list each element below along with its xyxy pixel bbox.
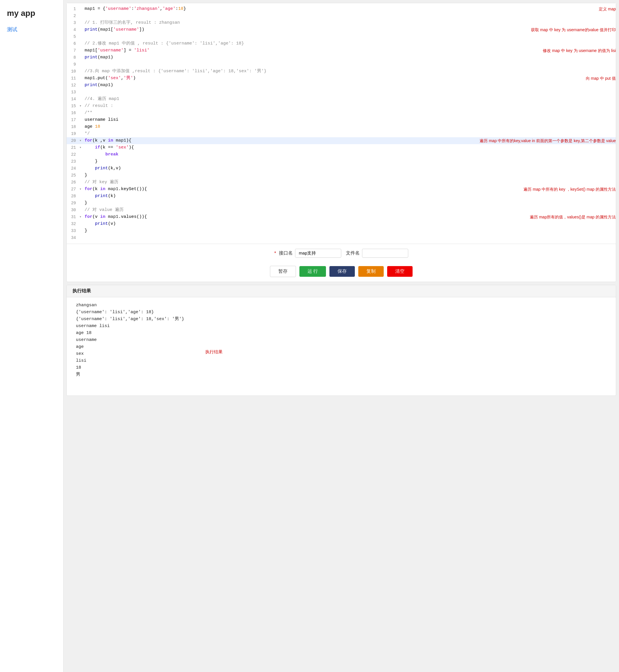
line-number: 33 [67,227,79,234]
line-number: 7 [67,47,79,54]
result-line: sex [76,351,607,357]
code-annotation: 向 map 中 put 值 [586,75,616,82]
results-header: 执行结果 [67,285,616,297]
result-line: 男 [76,371,607,378]
code-line-26: 26// 对 key 遍历 [67,179,616,186]
line-number: 20 [67,137,79,144]
code-line-13: 13 [67,89,616,96]
code-content: } [83,158,616,165]
code-line-30: 30// 对 value 遍历 [67,206,616,213]
code-line-34: 34 [67,234,616,241]
code-content: for(k ,v in map1){ [83,137,470,144]
api-name-input[interactable] [295,249,341,258]
save-button[interactable]: 保存 [329,266,355,277]
line-number: 32 [67,221,79,227]
line-number: 2 [67,12,79,19]
line-number: 30 [67,206,79,213]
code-content: } [83,227,616,234]
code-line-9: 9 [67,61,616,68]
result-line: age 18 [76,330,607,337]
code-line-11: 11map1.put('sex','男')向 map 中 put 值 [67,75,616,82]
code-line-22: 22 break [67,151,616,158]
line-number: 26 [67,179,79,186]
code-content [83,12,616,19]
line-number: 23 [67,158,79,165]
code-line-6: 6// 2.修改 map1 中的值 , result : {'username'… [67,40,616,47]
line-number: 34 [67,234,79,241]
form-area: * 接口名 文件名 [67,244,616,262]
line-number: 29 [67,200,79,206]
code-content: // 2.修改 map1 中的值 , result : {'username':… [83,40,616,47]
main-content: 1map1 = {'username':'zhangsan','age':18}… [64,0,619,672]
code-content: if(k == 'sex'){ [83,144,616,151]
code-annotation: 定义 map [599,5,616,12]
line-number: 1 [67,5,79,12]
fold-indicator[interactable]: ▾ [79,103,83,110]
result-line: lisi [76,357,607,364]
line-number: 24 [67,165,79,172]
exec-result-label: 执行结果 [205,349,223,355]
result-line: 18 [76,364,607,371]
line-number: 3 [67,19,79,26]
file-name-input[interactable] [362,249,408,258]
line-number: 10 [67,68,79,75]
code-content: print(map1) [83,54,616,61]
line-number: 15 [67,103,79,110]
line-number: 21 [67,144,79,151]
code-content: map1 = {'username':'zhangsan','age':18} [83,5,590,12]
code-line-31: 31▾for(v in map1.values()){遍历 map所有的值，va… [67,213,616,221]
code-line-14: 14//4. 遍历 map1 [67,96,616,103]
code-content: age 18 [83,123,616,130]
code-line-32: 32 print(v) [67,221,616,227]
line-number: 31 [67,213,79,221]
code-line-3: 3// 1. 打印张三的名字, result : zhangsan [67,19,616,26]
result-line: {'username': 'lisi','age': 18,'sex': '男'… [76,316,607,323]
code-content [83,89,616,96]
code-content [83,61,616,68]
code-line-18: 18age 18 [67,123,616,130]
line-number: 19 [67,130,79,137]
save-temp-button[interactable]: 暂存 [270,266,296,277]
code-line-5: 5 [67,33,616,40]
clear-button[interactable]: 清空 [387,266,413,277]
run-button[interactable]: 运 行 [299,266,326,277]
fold-indicator[interactable]: ▾ [79,186,83,193]
fold-indicator[interactable]: ▾ [79,144,83,151]
required-star: * [274,251,276,256]
code-content: username lisi [83,116,616,123]
sidebar-item-test[interactable]: 测试 [0,24,63,35]
line-number: 17 [67,116,79,123]
code-line-23: 23 } [67,158,616,165]
code-line-15: 15▾// result : [67,103,616,110]
result-line: age [76,344,607,351]
code-line-20: 20▾for(k ,v in map1){遍历 map 中所有的key,valu… [67,137,616,144]
fold-indicator[interactable]: ▾ [79,213,83,221]
code-content: //4. 遍历 map1 [83,96,616,103]
code-line-4: 4print(map1['username'])获取 map 中 key 为 u… [67,26,616,33]
code-content: print(map1) [83,82,616,89]
code-content: print(k) [83,193,616,200]
result-line: {'username': 'lisi','age': 18} [76,309,607,316]
code-line-29: 29} [67,200,616,206]
code-content: // 对 key 遍历 [83,179,616,186]
line-number: 28 [67,193,79,200]
sidebar: my app 测试 [0,0,64,672]
code-content: print(v) [83,221,616,227]
line-number: 12 [67,82,79,89]
fold-indicator[interactable]: ▾ [79,137,83,144]
code-content: print(k,v) [83,165,616,172]
code-content: //3.向 map 中添加值 ,result : {'username': 'l… [83,68,616,75]
line-number: 14 [67,96,79,103]
line-number: 8 [67,54,79,61]
code-content: for(k in map1.keySet()){ [83,186,514,193]
copy-button[interactable]: 复制 [358,266,384,277]
api-name-label: 接口名 [279,250,293,256]
code-editor: 1map1 = {'username':'zhangsan','age':18}… [67,3,616,244]
code-line-2: 2 [67,12,616,19]
code-annotation: 修改 map 中 key 为 username 的值为 lisi [543,47,616,54]
file-name-label: 文件名 [346,250,360,256]
code-content: */ [83,130,616,137]
code-content: break [83,151,616,158]
code-line-27: 27▾for(k in map1.keySet()){遍历 map 中所有的 k… [67,186,616,193]
code-content: print(map1['username']) [83,26,522,33]
